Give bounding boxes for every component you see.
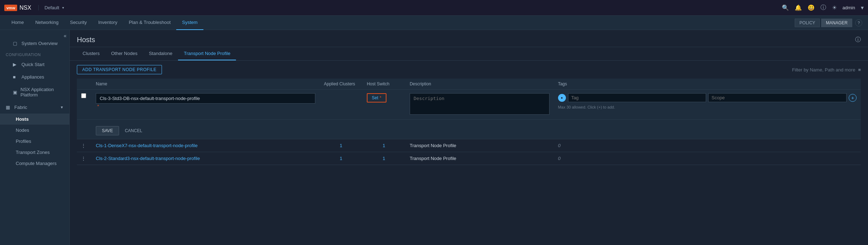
nav-help-icon[interactable]: ? — [855, 19, 862, 26]
header-help-icon[interactable]: ⓘ — [855, 36, 861, 44]
context-chevron: ▾ — [62, 6, 64, 10]
edit-row-applied-cell — [320, 90, 363, 120]
sidebar-child-profiles[interactable]: Profiles — [0, 136, 69, 147]
search-icon[interactable]: 🔍 — [782, 4, 789, 11]
row2-host-switch[interactable]: 1 — [383, 156, 385, 161]
nav-security[interactable]: Security — [64, 16, 93, 30]
row1-actions-icon[interactable]: ⋮ — [81, 143, 87, 148]
sidebar-system-overview-label: System Overview — [21, 41, 58, 46]
sidebar-item-quick-start[interactable]: ▶ Quick Start — [0, 58, 69, 71]
table-header-row: Name Applied Clusters Host Switch Descri… — [77, 79, 861, 90]
edit-action-buttons: SAVE CANCEL — [96, 123, 857, 135]
edit-row-desc-cell — [405, 90, 554, 120]
manager-button[interactable]: MANAGER — [821, 19, 852, 27]
add-tag-button[interactable]: + — [849, 94, 857, 102]
sidebar-item-system-overview[interactable]: ▢ System Overview — [0, 37, 69, 50]
edit-row-checkbox[interactable] — [81, 93, 86, 98]
row1-host-switch[interactable]: 1 — [383, 143, 385, 148]
sidebar-item-fabric[interactable]: ▦ Fabric ▼ — [0, 101, 69, 114]
edit-row-tags-cell: ● + Max 30 allowed. Click (+) to add. — [554, 90, 861, 120]
row2-applied-clusters[interactable]: 1 — [340, 156, 342, 161]
col-description: Description — [405, 79, 554, 90]
nsx-app-icon: ▣ — [13, 90, 18, 95]
nav-networking[interactable]: Networking — [30, 16, 64, 30]
sidebar-child-compute-managers[interactable]: Compute Managers — [0, 158, 69, 169]
main-nav: Home Networking Security Inventory Plan … — [0, 16, 868, 30]
sidebar-config-section: Configuration — [0, 50, 69, 58]
sidebar-item-nsx-app[interactable]: ▣ NSX Application Platform — [0, 83, 69, 101]
nav-plan-troubleshoot[interactable]: Plan & Troubleshoot — [123, 16, 176, 30]
sidebar-nsx-app-label: NSX Application Platform — [20, 87, 64, 98]
edit-actions-cell: SAVE CANCEL — [92, 120, 861, 139]
top-bar: vmw NSX Default ▾ 🔍 🔔 😃 ⓘ ☀ admin ▾ — [0, 0, 868, 16]
row2-desc-cell: Transport Node Profile — [405, 152, 554, 165]
app-name: NSX — [19, 5, 31, 11]
sidebar-child-nodes[interactable]: Nodes — [0, 125, 69, 136]
sidebar-appliances-label: Appliances — [21, 74, 44, 80]
tag-input[interactable] — [568, 93, 706, 102]
table-row: ⋮ Cls-2-Standard3-nsx-default-transport-… — [77, 152, 861, 165]
tag-row: ● + — [558, 93, 857, 102]
nav-home[interactable]: Home — [6, 16, 30, 30]
sidebar-collapse-button[interactable]: « — [64, 33, 66, 39]
filter-icon[interactable]: ≡ — [858, 67, 861, 72]
col-host-switch: Host Switch — [363, 79, 405, 90]
row1-name-cell: Cls-1-DenseX7-nsx-default-transport-node… — [92, 139, 320, 152]
tab-transport-node-profile[interactable]: Transport Node Profile — [178, 47, 236, 60]
face-icon[interactable]: 😃 — [808, 4, 815, 11]
description-input[interactable] — [410, 93, 549, 115]
row2-actions-icon[interactable]: ⋮ — [81, 156, 87, 161]
nav-system[interactable]: System — [176, 16, 203, 30]
save-button[interactable]: SAVE — [96, 126, 119, 135]
edit-row-host-switch-cell: Set* — [363, 90, 405, 120]
cancel-button[interactable]: CANCEL — [122, 126, 145, 135]
row2-tags: 0 — [558, 156, 561, 161]
tag-circle-icon: ● — [558, 94, 566, 102]
vmw-logo: vmw — [4, 5, 17, 11]
layout: « ▢ System Overview Configuration ▶ Quic… — [0, 30, 868, 245]
set-required-star: * — [380, 95, 381, 100]
tab-clusters[interactable]: Clusters — [77, 47, 105, 60]
nav-inventory[interactable]: Inventory — [93, 16, 123, 30]
content-header: Hosts ⓘ — [70, 30, 868, 47]
table-container: Name Applied Clusters Host Switch Descri… — [70, 79, 868, 165]
tag-hint: Max 30 allowed. Click (+) to add. — [558, 105, 857, 109]
sidebar-child-hosts[interactable]: Hosts — [0, 114, 69, 125]
main-content: Hosts ⓘ Clusters Other Nodes Standalone … — [70, 30, 868, 245]
row2-host-cell: 1 — [363, 152, 405, 165]
row1-name[interactable]: Cls-1-DenseX7-nsx-default-transport-node… — [96, 143, 198, 148]
set-host-switch-button[interactable]: Set* — [367, 93, 386, 102]
table-row: ⋮ Cls-1-DenseX7-nsx-default-transport-no… — [77, 139, 861, 152]
row1-actions-cell: ⋮ — [77, 139, 92, 152]
fabric-icon: ▦ — [6, 105, 11, 110]
top-bar-actions: 🔍 🔔 😃 ⓘ ☀ admin ▾ — [782, 4, 864, 11]
help-icon[interactable]: ⓘ — [820, 4, 826, 11]
policy-button[interactable]: POLICY — [795, 19, 820, 27]
col-name: Name — [92, 79, 320, 90]
sidebar-quick-start-label: Quick Start — [21, 62, 44, 67]
add-transport-node-profile-button[interactable]: ADD TRANSPORT NODE PROFILE — [77, 65, 162, 74]
tab-other-nodes[interactable]: Other Nodes — [105, 47, 143, 60]
col-applied-clusters: Applied Clusters — [320, 79, 363, 90]
tags-container: ● + Max 30 allowed. Click (+) to add. — [558, 93, 857, 109]
sidebar-item-appliances[interactable]: ■ Appliances — [0, 71, 69, 83]
tab-bar: Clusters Other Nodes Standalone Transpor… — [70, 47, 868, 61]
edit-row-name-cell: * — [92, 90, 320, 120]
sidebar-fabric-label: Fabric — [14, 105, 27, 110]
sidebar-child-transport-zones[interactable]: Transport Zones — [0, 147, 69, 158]
name-input[interactable] — [96, 93, 315, 104]
sun-icon[interactable]: ☀ — [832, 4, 837, 11]
row2-name[interactable]: Cls-2-Standard3-nsx-default-transport-no… — [96, 156, 200, 161]
context-name: Default — [44, 5, 59, 10]
scope-input[interactable] — [708, 93, 847, 102]
row1-host-cell: 1 — [363, 139, 405, 152]
page-title: Hosts — [77, 36, 855, 44]
row1-applied-clusters[interactable]: 1 — [340, 143, 342, 148]
tab-standalone[interactable]: Standalone — [143, 47, 178, 60]
admin-label[interactable]: admin — [843, 5, 855, 10]
admin-chevron[interactable]: ▾ — [861, 4, 864, 11]
context-selector[interactable]: Default ▾ — [38, 5, 64, 10]
bell-icon[interactable]: 🔔 — [795, 4, 802, 11]
name-required-star: * — [97, 104, 99, 109]
row1-desc-cell: Transport Node Profile — [405, 139, 554, 152]
